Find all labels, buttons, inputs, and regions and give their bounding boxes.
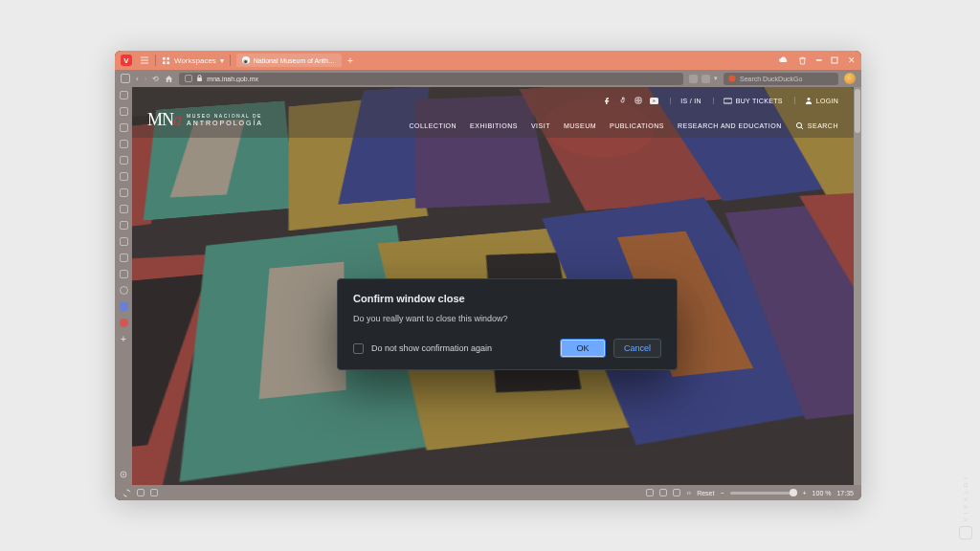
nav-forward-button[interactable]: ›: [145, 75, 147, 83]
nav-research[interactable]: RESEARCH AND EDUCATION: [678, 122, 782, 129]
dialog-title: Confirm window close: [353, 293, 661, 304]
history-panel-icon[interactable]: [120, 140, 128, 148]
window-maximize-button[interactable]: [831, 56, 838, 64]
dialog-message: Do you really want to close this window?: [353, 314, 661, 323]
clock: 17:35: [836, 490, 854, 496]
dont-show-again-checkbox[interactable]: [353, 343, 364, 354]
chevron-down-icon[interactable]: ▾: [714, 75, 718, 82]
url-input[interactable]: mna.inah.gob.mx: [179, 73, 683, 85]
search-input[interactable]: Search DuckDuckGo: [724, 73, 838, 85]
trash-icon[interactable]: [798, 56, 807, 65]
nav-back-button[interactable]: ‹: [136, 75, 139, 83]
webpanel-1-icon[interactable]: [120, 302, 128, 311]
nav-visit[interactable]: VISIT: [531, 122, 550, 129]
nav-search-label: SEARCH: [808, 122, 838, 129]
tab-favicon-icon: ◉: [242, 56, 250, 64]
downloads-panel-icon[interactable]: [120, 123, 128, 132]
tiling-icon[interactable]: [659, 489, 667, 496]
zoom-in-button[interactable]: +: [803, 490, 807, 496]
profile-avatar-icon[interactable]: [844, 73, 856, 84]
tabs-panel-icon[interactable]: [120, 205, 128, 213]
webpanel-2-icon[interactable]: [120, 319, 128, 327]
menu-icon[interactable]: [140, 55, 149, 65]
buy-tickets-link[interactable]: BUY TICKETS: [713, 98, 783, 104]
mail-status-icon[interactable]: [137, 489, 145, 496]
contacts-panel-icon[interactable]: [120, 286, 128, 295]
translate-panel-icon[interactable]: [120, 172, 128, 181]
user-icon: [805, 97, 813, 104]
window-panel-icon[interactable]: [120, 188, 128, 197]
svg-rect-0: [163, 56, 166, 59]
search-engine-icon: [728, 75, 736, 82]
mail-panel-icon[interactable]: [120, 237, 128, 246]
url-text: mna.inah.gob.mx: [207, 76, 678, 82]
svg-rect-12: [724, 99, 732, 103]
youtube-icon[interactable]: [650, 98, 658, 104]
panel-sidebar: +: [115, 87, 132, 485]
vivaldi-watermark-icon: [959, 526, 972, 540]
tab-title: National Museum of Anthr…: [254, 57, 336, 64]
confirm-close-dialog: Confirm window close Do you really want …: [337, 278, 678, 370]
svg-point-14: [796, 122, 801, 127]
zoom-reset-button[interactable]: Reset: [697, 490, 714, 496]
sync-status-icon[interactable]: [122, 489, 131, 497]
tiktok-icon[interactable]: [619, 97, 627, 104]
language-toggle[interactable]: IS / IN: [670, 98, 702, 104]
svg-rect-2: [163, 61, 166, 64]
zoom-value: 100 %: [813, 490, 832, 496]
new-tab-button[interactable]: +: [347, 55, 353, 66]
cancel-button[interactable]: Cancel: [613, 339, 661, 358]
search-icon: [795, 121, 804, 130]
panel-toggle-icon[interactable]: [121, 74, 130, 83]
zoom-out-button[interactable]: −: [720, 490, 724, 496]
status-bar: ‹› Reset − + 100 % 17:35: [115, 485, 861, 500]
workspaces-label: Workspaces: [174, 56, 216, 65]
nav-collection[interactable]: COLLECTION: [409, 122, 457, 129]
page-scrollbar[interactable]: [854, 87, 861, 485]
svg-rect-1: [167, 56, 169, 59]
svg-rect-3: [167, 61, 169, 64]
tab-active[interactable]: ◉ National Museum of Anthr…: [236, 54, 342, 67]
nav-exhibitions[interactable]: EXHIBITIONS: [470, 122, 518, 129]
address-bar: ‹ › ⟲ mna.inah.gob.mx ▾ Search DuckDuckG…: [115, 70, 861, 87]
capture-icon[interactable]: [646, 489, 654, 496]
cloud-sync-icon[interactable]: [778, 56, 789, 64]
images-toggle-icon[interactable]: [673, 489, 680, 496]
calendar-status-icon[interactable]: [150, 489, 158, 496]
browser-window: V Workspaces ▾ ◉ National Museum of Anth…: [115, 51, 861, 500]
ok-button[interactable]: OK: [560, 339, 606, 358]
bookmarks-panel-icon[interactable]: [120, 91, 128, 99]
notes-panel-icon[interactable]: [120, 156, 128, 165]
calendar-panel-icon[interactable]: [120, 253, 128, 262]
extension-icon[interactable]: [689, 75, 698, 83]
workspaces-button[interactable]: Workspaces ▾: [162, 56, 224, 65]
svg-point-10: [637, 99, 640, 102]
site-header: IS / IN BUY TICKETS LOGIN: [132, 87, 854, 138]
zoom-slider-knob[interactable]: [790, 489, 797, 496]
zoom-slider[interactable]: [730, 492, 797, 495]
sessions-panel-icon[interactable]: [120, 221, 128, 230]
svg-rect-5: [197, 77, 202, 81]
site-logo[interactable]: MNa MUSEO NACIONAL DE ANTROPOLOGÍA: [147, 110, 263, 130]
scrollbar-thumb[interactable]: [855, 89, 860, 133]
login-link[interactable]: LOGIN: [794, 97, 838, 104]
feeds-panel-icon[interactable]: [120, 270, 128, 278]
instagram-icon[interactable]: [635, 97, 642, 104]
window-close-button[interactable]: ✕: [848, 55, 856, 65]
site-info-icon[interactable]: [185, 75, 192, 82]
nav-home-button[interactable]: [165, 75, 173, 83]
page-actions-icon[interactable]: ‹›: [686, 490, 691, 496]
lock-icon: [196, 75, 203, 82]
reader-icon[interactable]: [702, 75, 710, 83]
settings-icon[interactable]: [119, 470, 128, 479]
vivaldi-logo-icon[interactable]: V: [121, 55, 132, 66]
nav-reload-button[interactable]: ⟲: [152, 75, 159, 83]
window-minimize-button[interactable]: ━: [816, 55, 821, 65]
nav-museum[interactable]: MUSEUM: [564, 122, 596, 129]
nav-publications[interactable]: PUBLICATIONS: [610, 122, 664, 129]
ticket-icon: [724, 98, 732, 104]
facebook-icon[interactable]: [604, 97, 612, 104]
nav-search[interactable]: SEARCH: [795, 121, 838, 130]
reading-list-panel-icon[interactable]: [120, 107, 128, 116]
add-panel-button[interactable]: +: [120, 335, 128, 343]
